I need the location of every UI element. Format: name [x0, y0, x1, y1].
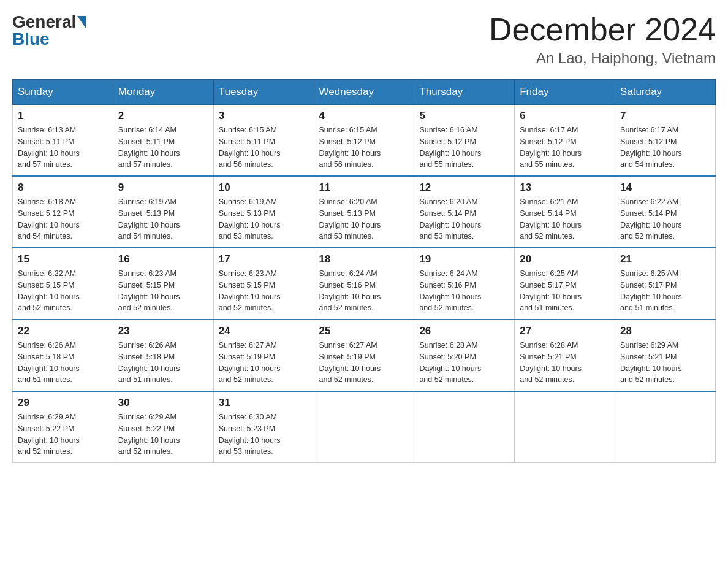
day-number: 31: [219, 397, 309, 409]
calendar-cell: [314, 391, 414, 463]
calendar-cell: 11Sunrise: 6:20 AMSunset: 5:13 PMDayligh…: [314, 176, 414, 248]
calendar-cell: 6Sunrise: 6:17 AMSunset: 5:12 PMDaylight…: [515, 105, 615, 177]
calendar-header-saturday: Saturday: [615, 80, 716, 105]
day-info: Sunrise: 6:22 AMSunset: 5:14 PMDaylight:…: [620, 196, 710, 242]
day-info: Sunrise: 6:17 AMSunset: 5:12 PMDaylight:…: [620, 124, 710, 170]
calendar-cell: 29Sunrise: 6:29 AMSunset: 5:22 PMDayligh…: [13, 391, 113, 463]
calendar-week-row: 22Sunrise: 6:26 AMSunset: 5:18 PMDayligh…: [13, 320, 716, 391]
day-info: Sunrise: 6:21 AMSunset: 5:14 PMDaylight:…: [520, 196, 610, 242]
calendar-cell: 31Sunrise: 6:30 AMSunset: 5:23 PMDayligh…: [213, 391, 314, 463]
day-number: 26: [419, 325, 509, 337]
day-number: 30: [118, 397, 208, 409]
calendar-cell: 4Sunrise: 6:15 AMSunset: 5:12 PMDaylight…: [314, 105, 414, 177]
calendar-cell: 19Sunrise: 6:24 AMSunset: 5:16 PMDayligh…: [414, 248, 515, 320]
day-number: 2: [118, 110, 208, 122]
day-number: 13: [520, 182, 610, 194]
calendar-cell: 9Sunrise: 6:19 AMSunset: 5:13 PMDaylight…: [113, 176, 213, 248]
day-number: 5: [419, 110, 509, 122]
day-number: 20: [520, 253, 610, 266]
calendar-cell: 28Sunrise: 6:29 AMSunset: 5:21 PMDayligh…: [615, 320, 716, 391]
day-info: Sunrise: 6:15 AMSunset: 5:12 PMDaylight:…: [319, 124, 409, 170]
calendar-cell: 15Sunrise: 6:22 AMSunset: 5:15 PMDayligh…: [13, 248, 113, 320]
day-info: Sunrise: 6:29 AMSunset: 5:21 PMDaylight:…: [620, 340, 710, 386]
day-number: 16: [118, 253, 208, 266]
logo-arrow-icon: [77, 16, 86, 28]
calendar-header-wednesday: Wednesday: [314, 80, 414, 105]
calendar-cell: 13Sunrise: 6:21 AMSunset: 5:14 PMDayligh…: [515, 176, 615, 248]
day-number: 8: [18, 182, 108, 194]
calendar-cell: [615, 391, 716, 463]
day-number: 29: [18, 397, 108, 409]
title-section: December 2024 An Lao, Haiphong, Vietnam: [489, 12, 716, 67]
day-info: Sunrise: 6:29 AMSunset: 5:22 PMDaylight:…: [18, 412, 108, 458]
day-info: Sunrise: 6:20 AMSunset: 5:13 PMDaylight:…: [319, 196, 409, 242]
calendar-header-tuesday: Tuesday: [213, 80, 314, 105]
calendar-cell: 23Sunrise: 6:26 AMSunset: 5:18 PMDayligh…: [113, 320, 213, 391]
calendar-week-row: 8Sunrise: 6:18 AMSunset: 5:12 PMDaylight…: [13, 176, 716, 248]
day-info: Sunrise: 6:29 AMSunset: 5:22 PMDaylight:…: [118, 412, 208, 458]
day-info: Sunrise: 6:23 AMSunset: 5:15 PMDaylight:…: [118, 268, 208, 314]
day-number: 9: [118, 182, 208, 194]
day-number: 21: [620, 253, 710, 266]
day-number: 19: [419, 253, 509, 266]
calendar-cell: 27Sunrise: 6:28 AMSunset: 5:21 PMDayligh…: [515, 320, 615, 391]
day-info: Sunrise: 6:27 AMSunset: 5:19 PMDaylight:…: [319, 340, 409, 386]
day-info: Sunrise: 6:30 AMSunset: 5:23 PMDaylight:…: [219, 412, 309, 458]
calendar-cell: 16Sunrise: 6:23 AMSunset: 5:15 PMDayligh…: [113, 248, 213, 320]
day-number: 25: [319, 325, 409, 337]
day-info: Sunrise: 6:25 AMSunset: 5:17 PMDaylight:…: [620, 268, 710, 314]
calendar-header-monday: Monday: [113, 80, 213, 105]
day-info: Sunrise: 6:25 AMSunset: 5:17 PMDaylight:…: [520, 268, 610, 314]
day-info: Sunrise: 6:17 AMSunset: 5:12 PMDaylight:…: [520, 124, 610, 170]
calendar-header-sunday: Sunday: [13, 80, 113, 105]
calendar-cell: [515, 391, 615, 463]
calendar-cell: 30Sunrise: 6:29 AMSunset: 5:22 PMDayligh…: [113, 391, 213, 463]
calendar-cell: 22Sunrise: 6:26 AMSunset: 5:18 PMDayligh…: [13, 320, 113, 391]
calendar-cell: 20Sunrise: 6:25 AMSunset: 5:17 PMDayligh…: [515, 248, 615, 320]
calendar-week-row: 15Sunrise: 6:22 AMSunset: 5:15 PMDayligh…: [13, 248, 716, 320]
day-number: 27: [520, 325, 610, 337]
day-number: 10: [219, 182, 309, 194]
calendar-cell: 24Sunrise: 6:27 AMSunset: 5:19 PMDayligh…: [213, 320, 314, 391]
calendar-cell: 21Sunrise: 6:25 AMSunset: 5:17 PMDayligh…: [615, 248, 716, 320]
calendar-cell: 25Sunrise: 6:27 AMSunset: 5:19 PMDayligh…: [314, 320, 414, 391]
month-title: December 2024: [489, 12, 716, 47]
day-number: 22: [18, 325, 108, 337]
day-number: 7: [620, 110, 710, 122]
calendar-cell: 10Sunrise: 6:19 AMSunset: 5:13 PMDayligh…: [213, 176, 314, 248]
logo-blue-text: Blue: [12, 29, 50, 49]
day-number: 15: [18, 253, 108, 266]
calendar-header-row: SundayMondayTuesdayWednesdayThursdayFrid…: [13, 80, 716, 105]
calendar-table: SundayMondayTuesdayWednesdayThursdayFrid…: [12, 79, 716, 463]
day-number: 4: [319, 110, 409, 122]
day-info: Sunrise: 6:28 AMSunset: 5:20 PMDaylight:…: [419, 340, 509, 386]
day-info: Sunrise: 6:24 AMSunset: 5:16 PMDaylight:…: [419, 268, 509, 314]
day-info: Sunrise: 6:28 AMSunset: 5:21 PMDaylight:…: [520, 340, 610, 386]
day-info: Sunrise: 6:26 AMSunset: 5:18 PMDaylight:…: [18, 340, 108, 386]
calendar-cell: 7Sunrise: 6:17 AMSunset: 5:12 PMDaylight…: [615, 105, 716, 177]
day-number: 3: [219, 110, 309, 122]
day-number: 18: [319, 253, 409, 266]
day-number: 28: [620, 325, 710, 337]
calendar-header-thursday: Thursday: [414, 80, 515, 105]
day-number: 17: [219, 253, 309, 266]
calendar-week-row: 29Sunrise: 6:29 AMSunset: 5:22 PMDayligh…: [13, 391, 716, 463]
day-info: Sunrise: 6:26 AMSunset: 5:18 PMDaylight:…: [118, 340, 208, 386]
calendar-cell: 14Sunrise: 6:22 AMSunset: 5:14 PMDayligh…: [615, 176, 716, 248]
day-info: Sunrise: 6:23 AMSunset: 5:15 PMDaylight:…: [219, 268, 309, 314]
day-number: 6: [520, 110, 610, 122]
day-number: 23: [118, 325, 208, 337]
day-info: Sunrise: 6:13 AMSunset: 5:11 PMDaylight:…: [18, 124, 108, 170]
day-number: 11: [319, 182, 409, 194]
day-info: Sunrise: 6:20 AMSunset: 5:14 PMDaylight:…: [419, 196, 509, 242]
day-number: 12: [419, 182, 509, 194]
location-subtitle: An Lao, Haiphong, Vietnam: [489, 50, 716, 67]
logo: General Blue: [12, 12, 88, 49]
calendar-cell: 17Sunrise: 6:23 AMSunset: 5:15 PMDayligh…: [213, 248, 314, 320]
day-info: Sunrise: 6:24 AMSunset: 5:16 PMDaylight:…: [319, 268, 409, 314]
day-info: Sunrise: 6:19 AMSunset: 5:13 PMDaylight:…: [118, 196, 208, 242]
day-info: Sunrise: 6:22 AMSunset: 5:15 PMDaylight:…: [18, 268, 108, 314]
calendar-cell: 26Sunrise: 6:28 AMSunset: 5:20 PMDayligh…: [414, 320, 515, 391]
calendar-week-row: 1Sunrise: 6:13 AMSunset: 5:11 PMDaylight…: [13, 105, 716, 177]
calendar-cell: 12Sunrise: 6:20 AMSunset: 5:14 PMDayligh…: [414, 176, 515, 248]
